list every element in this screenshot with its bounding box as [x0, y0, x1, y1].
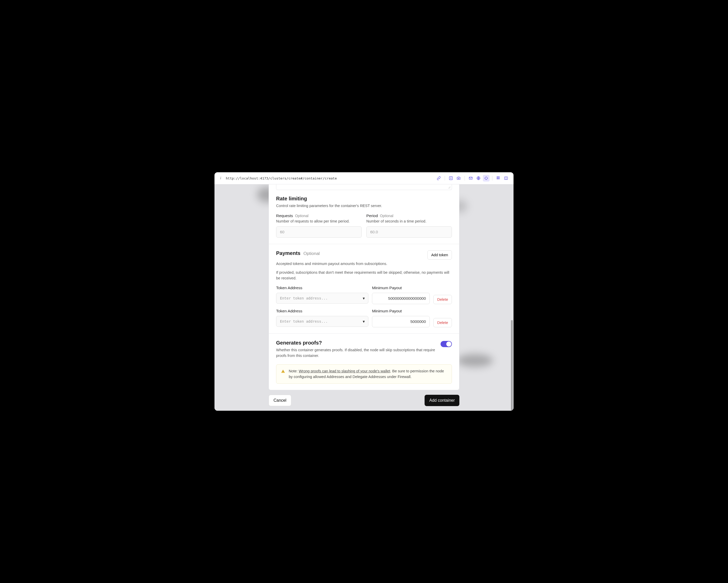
divider [492, 176, 492, 181]
form-footer: Cancel Add container [269, 390, 459, 411]
svg-point-1 [458, 178, 459, 179]
requests-label: Requests [276, 214, 293, 218]
requests-input[interactable] [276, 226, 362, 238]
optional-tag: Optional [380, 214, 393, 218]
divider [465, 176, 465, 181]
mail-icon[interactable] [467, 175, 474, 182]
browser-window: i http://localhost:4173/clusters/create#… [214, 172, 514, 411]
note-box: Note: Wrong proofs can lead to slashing … [276, 364, 452, 384]
scrollbar[interactable] [511, 320, 513, 411]
camera-icon[interactable] [455, 175, 462, 182]
field-label: Requests Optional [276, 214, 362, 218]
section-extra: If provided, subscriptions that don't me… [276, 270, 452, 281]
payments-title-text: Payments [276, 250, 301, 256]
note-underlined: Wrong proofs can lead to slashing of you… [299, 369, 390, 373]
cancel-button[interactable]: Cancel [269, 395, 291, 406]
min-payout-label: Minimum Payout [372, 285, 430, 290]
warning-icon [281, 369, 285, 374]
info-icon: i [218, 176, 223, 180]
note-text: Note: Wrong proofs can lead to slashing … [289, 368, 447, 380]
proofs-toggle[interactable] [441, 341, 452, 347]
section-title: Payments Optional [276, 250, 320, 256]
field-label: Period Optional [366, 214, 452, 218]
toggle-knob [446, 341, 451, 346]
section-title: Generates proofs? [276, 340, 435, 346]
section-title: Rate limiting [276, 196, 452, 202]
note-prefix: Note: [289, 369, 299, 373]
browser-content: Rate limiting Control rate limiting para… [214, 184, 514, 411]
token-address-input[interactable] [276, 293, 368, 304]
field-hint: Number of seconds in a time period. [366, 219, 452, 223]
browser-chrome: i http://localhost:4173/clusters/create#… [214, 172, 514, 184]
token-address-label: Token Address [276, 285, 368, 290]
period-input[interactable] [366, 226, 452, 238]
panel-icon[interactable] [503, 175, 510, 182]
payments-section: Payments Optional Add token Accepted tok… [269, 244, 459, 334]
rate-limiting-section: Rate limiting Control rate limiting para… [269, 193, 459, 244]
svg-point-4 [485, 177, 487, 179]
globe-icon[interactable] [475, 175, 482, 182]
min-payout-input[interactable] [372, 293, 430, 304]
proofs-section: Generates proofs? Whether this container… [269, 334, 459, 390]
container-form-modal: Rate limiting Control rate limiting para… [269, 184, 459, 390]
optional-tag: Optional [304, 251, 320, 256]
field-hint: Number of requests to allow per time per… [276, 219, 362, 223]
delete-button[interactable]: Delete [433, 318, 452, 327]
section-desc: Accepted tokens and minimum payout amoun… [276, 261, 452, 267]
link-icon[interactable] [435, 175, 442, 182]
download-icon[interactable] [447, 175, 454, 182]
browser-actions [435, 175, 510, 182]
period-label: Period [366, 214, 378, 218]
add-token-button[interactable]: Add token [427, 250, 452, 259]
add-container-button[interactable]: Add container [424, 395, 459, 406]
bg-blur [457, 354, 493, 367]
resize-handle[interactable] [276, 184, 452, 190]
section-desc: Whether this container generates proofs.… [276, 348, 435, 359]
period-field: Period Optional Number of seconds in a t… [366, 214, 452, 238]
min-payout-input[interactable] [372, 316, 430, 327]
extension-icon[interactable] [495, 175, 502, 182]
requests-field: Requests Optional Number of requests to … [276, 214, 362, 238]
token-address-input[interactable] [276, 316, 368, 327]
divider [445, 176, 445, 181]
textarea-tail [269, 184, 459, 190]
payment-row: Token Address ▾ Minimum Payout Delete [276, 309, 452, 327]
optional-tag: Optional [295, 214, 308, 218]
crosshair-icon[interactable] [483, 175, 490, 182]
section-desc: Control rate limiting parameters for the… [276, 203, 452, 209]
delete-button[interactable]: Delete [433, 295, 452, 304]
url-bar[interactable]: http://localhost:4173/clusters/create#/c… [226, 176, 432, 180]
payment-row: Token Address ▾ Minimum Payout Delete [276, 285, 452, 304]
min-payout-label: Minimum Payout [372, 309, 430, 313]
token-address-label: Token Address [276, 309, 368, 313]
